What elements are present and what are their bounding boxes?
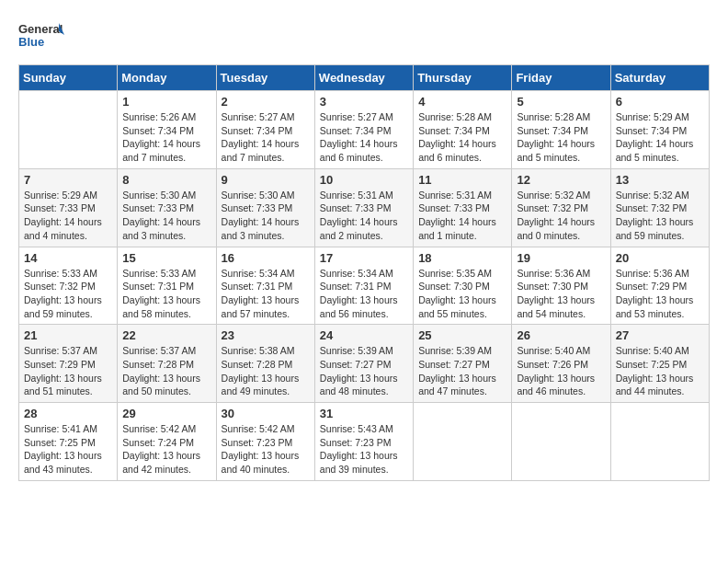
day-info: Sunrise: 5:31 AMSunset: 7:33 PMDaylight:… xyxy=(320,189,408,243)
day-number: 11 xyxy=(418,173,506,187)
calendar-cell: 2Sunrise: 5:27 AMSunset: 7:34 PMDaylight… xyxy=(216,91,314,169)
svg-text:Blue: Blue xyxy=(18,35,44,49)
day-info: Sunrise: 5:36 AMSunset: 7:29 PMDaylight:… xyxy=(616,267,704,321)
day-info: Sunrise: 5:28 AMSunset: 7:34 PMDaylight:… xyxy=(418,110,506,165)
weekday-header-monday: Monday xyxy=(118,65,216,91)
day-number: 2 xyxy=(222,95,310,109)
day-info: Sunrise: 5:39 AMSunset: 7:27 PMDaylight:… xyxy=(320,344,408,398)
calendar-week-row: 1Sunrise: 5:26 AMSunset: 7:34 PMDaylight… xyxy=(19,91,710,169)
day-info: Sunrise: 5:28 AMSunset: 7:34 PMDaylight:… xyxy=(517,110,605,165)
day-info: Sunrise: 5:37 AMSunset: 7:28 PMDaylight:… xyxy=(122,344,210,398)
svg-text:General: General xyxy=(18,22,63,36)
day-number: 23 xyxy=(222,328,310,342)
day-number: 10 xyxy=(320,173,408,187)
weekday-header-tuesday: Tuesday xyxy=(216,65,314,91)
weekday-header-saturday: Saturday xyxy=(610,65,709,91)
day-info: Sunrise: 5:31 AMSunset: 7:33 PMDaylight:… xyxy=(418,189,506,243)
day-number: 7 xyxy=(24,173,112,187)
calendar-cell: 20Sunrise: 5:36 AMSunset: 7:29 PMDayligh… xyxy=(610,247,709,325)
day-number: 30 xyxy=(222,407,310,420)
calendar-cell: 9Sunrise: 5:30 AMSunset: 7:33 PMDaylight… xyxy=(216,168,314,247)
day-number: 15 xyxy=(122,251,210,265)
calendar-cell: 31Sunrise: 5:43 AMSunset: 7:23 PMDayligh… xyxy=(314,403,413,481)
calendar-cell xyxy=(414,403,512,481)
day-info: Sunrise: 5:30 AMSunset: 7:33 PMDaylight:… xyxy=(222,189,310,243)
day-number: 21 xyxy=(24,328,112,342)
day-info: Sunrise: 5:41 AMSunset: 7:25 PMDaylight:… xyxy=(24,422,112,477)
day-number: 26 xyxy=(517,328,605,342)
day-info: Sunrise: 5:32 AMSunset: 7:32 PMDaylight:… xyxy=(616,189,704,243)
calendar-cell xyxy=(19,91,118,169)
day-number: 5 xyxy=(517,95,605,109)
calendar-cell: 16Sunrise: 5:34 AMSunset: 7:31 PMDayligh… xyxy=(216,247,314,325)
day-number: 16 xyxy=(222,251,310,265)
day-info: Sunrise: 5:29 AMSunset: 7:34 PMDaylight:… xyxy=(616,110,704,165)
day-number: 31 xyxy=(320,407,408,420)
day-number: 4 xyxy=(418,95,506,109)
calendar-cell: 17Sunrise: 5:34 AMSunset: 7:31 PMDayligh… xyxy=(314,247,413,325)
day-info: Sunrise: 5:40 AMSunset: 7:26 PMDaylight:… xyxy=(517,344,605,398)
day-number: 19 xyxy=(517,251,605,265)
day-info: Sunrise: 5:35 AMSunset: 7:30 PMDaylight:… xyxy=(418,267,506,321)
day-info: Sunrise: 5:33 AMSunset: 7:32 PMDaylight:… xyxy=(24,267,112,321)
weekday-header-row: SundayMondayTuesdayWednesdayThursdayFrid… xyxy=(19,65,710,91)
calendar-cell: 3Sunrise: 5:27 AMSunset: 7:34 PMDaylight… xyxy=(314,91,413,169)
calendar-cell: 7Sunrise: 5:29 AMSunset: 7:33 PMDaylight… xyxy=(19,168,118,247)
calendar-cell: 10Sunrise: 5:31 AMSunset: 7:33 PMDayligh… xyxy=(314,168,413,247)
calendar-week-row: 14Sunrise: 5:33 AMSunset: 7:32 PMDayligh… xyxy=(19,247,710,325)
day-number: 27 xyxy=(616,328,704,342)
calendar-cell: 18Sunrise: 5:35 AMSunset: 7:30 PMDayligh… xyxy=(414,247,512,325)
day-number: 1 xyxy=(122,95,210,109)
calendar-cell: 28Sunrise: 5:41 AMSunset: 7:25 PMDayligh… xyxy=(19,403,118,481)
calendar-cell: 11Sunrise: 5:31 AMSunset: 7:33 PMDayligh… xyxy=(414,168,512,247)
calendar-cell: 30Sunrise: 5:42 AMSunset: 7:23 PMDayligh… xyxy=(216,403,314,481)
calendar-cell: 19Sunrise: 5:36 AMSunset: 7:30 PMDayligh… xyxy=(512,247,610,325)
day-number: 17 xyxy=(320,251,408,265)
day-info: Sunrise: 5:36 AMSunset: 7:30 PMDaylight:… xyxy=(517,267,605,321)
calendar-cell: 12Sunrise: 5:32 AMSunset: 7:32 PMDayligh… xyxy=(512,168,610,247)
day-info: Sunrise: 5:34 AMSunset: 7:31 PMDaylight:… xyxy=(320,267,408,321)
calendar-cell: 4Sunrise: 5:28 AMSunset: 7:34 PMDaylight… xyxy=(414,91,512,169)
page-header: General Blue xyxy=(18,18,710,55)
calendar-cell: 13Sunrise: 5:32 AMSunset: 7:32 PMDayligh… xyxy=(610,168,709,247)
calendar-cell: 23Sunrise: 5:38 AMSunset: 7:28 PMDayligh… xyxy=(216,325,314,403)
calendar-cell: 22Sunrise: 5:37 AMSunset: 7:28 PMDayligh… xyxy=(118,325,216,403)
day-info: Sunrise: 5:26 AMSunset: 7:34 PMDaylight:… xyxy=(122,110,210,165)
day-number: 22 xyxy=(122,328,210,342)
calendar-cell: 21Sunrise: 5:37 AMSunset: 7:29 PMDayligh… xyxy=(19,325,118,403)
day-number: 18 xyxy=(418,251,506,265)
day-info: Sunrise: 5:34 AMSunset: 7:31 PMDaylight:… xyxy=(222,267,310,321)
day-number: 29 xyxy=(122,407,210,420)
calendar-week-row: 21Sunrise: 5:37 AMSunset: 7:29 PMDayligh… xyxy=(19,325,710,403)
calendar-cell xyxy=(512,403,610,481)
calendar-cell: 24Sunrise: 5:39 AMSunset: 7:27 PMDayligh… xyxy=(314,325,413,403)
day-info: Sunrise: 5:29 AMSunset: 7:33 PMDaylight:… xyxy=(24,189,112,243)
calendar-cell: 1Sunrise: 5:26 AMSunset: 7:34 PMDaylight… xyxy=(118,91,216,169)
logo-svg: General Blue xyxy=(18,18,64,55)
weekday-header-wednesday: Wednesday xyxy=(314,65,413,91)
day-info: Sunrise: 5:32 AMSunset: 7:32 PMDaylight:… xyxy=(517,189,605,243)
day-info: Sunrise: 5:38 AMSunset: 7:28 PMDaylight:… xyxy=(222,344,310,398)
day-number: 9 xyxy=(222,173,310,187)
logo: General Blue xyxy=(18,18,64,55)
calendar-cell: 5Sunrise: 5:28 AMSunset: 7:34 PMDaylight… xyxy=(512,91,610,169)
day-number: 24 xyxy=(320,328,408,342)
day-info: Sunrise: 5:39 AMSunset: 7:27 PMDaylight:… xyxy=(418,344,506,398)
day-number: 6 xyxy=(616,95,704,109)
calendar-cell: 6Sunrise: 5:29 AMSunset: 7:34 PMDaylight… xyxy=(610,91,709,169)
day-number: 25 xyxy=(418,328,506,342)
day-number: 28 xyxy=(24,407,112,420)
day-info: Sunrise: 5:33 AMSunset: 7:31 PMDaylight:… xyxy=(122,267,210,321)
day-info: Sunrise: 5:27 AMSunset: 7:34 PMDaylight:… xyxy=(222,110,310,165)
calendar-cell: 15Sunrise: 5:33 AMSunset: 7:31 PMDayligh… xyxy=(118,247,216,325)
calendar-week-row: 7Sunrise: 5:29 AMSunset: 7:33 PMDaylight… xyxy=(19,168,710,247)
weekday-header-sunday: Sunday xyxy=(19,65,118,91)
day-info: Sunrise: 5:27 AMSunset: 7:34 PMDaylight:… xyxy=(320,110,408,165)
day-info: Sunrise: 5:42 AMSunset: 7:24 PMDaylight:… xyxy=(122,422,210,477)
day-info: Sunrise: 5:37 AMSunset: 7:29 PMDaylight:… xyxy=(24,344,112,398)
day-number: 20 xyxy=(616,251,704,265)
calendar-cell: 8Sunrise: 5:30 AMSunset: 7:33 PMDaylight… xyxy=(118,168,216,247)
calendar-cell: 25Sunrise: 5:39 AMSunset: 7:27 PMDayligh… xyxy=(414,325,512,403)
calendar-cell: 29Sunrise: 5:42 AMSunset: 7:24 PMDayligh… xyxy=(118,403,216,481)
calendar-week-row: 28Sunrise: 5:41 AMSunset: 7:25 PMDayligh… xyxy=(19,403,710,481)
